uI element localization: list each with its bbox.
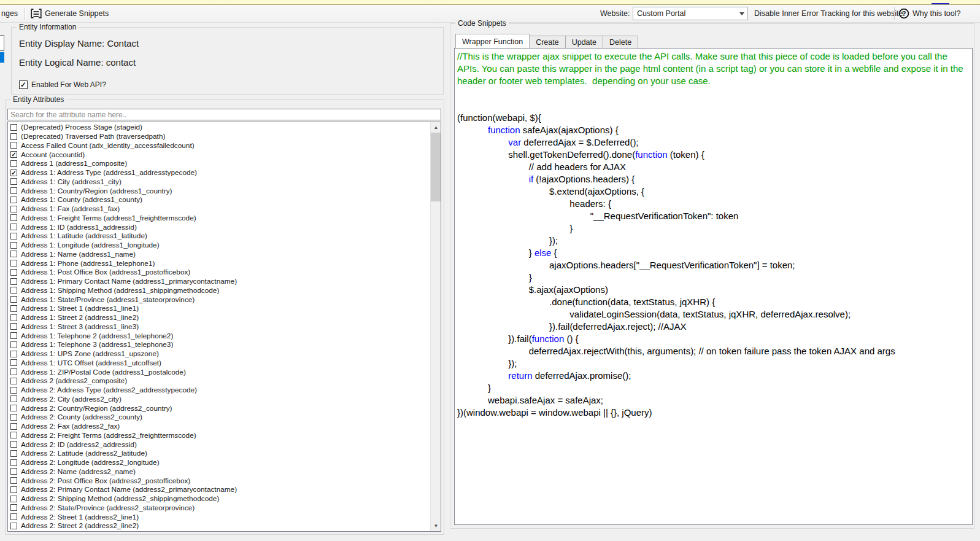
attribute-checkbox[interactable] <box>10 133 17 140</box>
attribute-row[interactable]: Address 1 (address1_composite) <box>8 159 430 168</box>
attribute-checkbox[interactable] <box>10 359 17 366</box>
attribute-checkbox[interactable] <box>10 504 17 511</box>
attribute-checkbox[interactable] <box>10 496 17 502</box>
attribute-row[interactable]: Address 1: County (address1_county) <box>8 195 430 204</box>
attribute-row[interactable]: Address 2: Shipping Method (address2_shi… <box>8 494 430 504</box>
attribute-checkbox[interactable] <box>10 314 17 321</box>
attribute-row[interactable]: Address 1: Country/Region (address1_coun… <box>8 186 430 195</box>
attribute-checkbox[interactable] <box>10 468 17 475</box>
attribute-checkbox[interactable] <box>10 432 17 438</box>
attribute-row[interactable]: Address 1: Latitude (address1_latitude) <box>8 232 430 241</box>
attribute-row[interactable]: Address 2: ID (address2_addressid) <box>8 440 430 449</box>
attribute-row[interactable]: Address 1: Shipping Method (address1_shi… <box>8 286 430 295</box>
attribute-checkbox[interactable] <box>10 187 17 194</box>
attribute-checkbox[interactable] <box>10 233 17 239</box>
attribute-row[interactable]: Address 2: Country/Region (address2_coun… <box>8 403 430 413</box>
attribute-checkbox[interactable] <box>10 260 17 267</box>
website-select[interactable]: Custom Portal <box>633 7 748 20</box>
attribute-checkbox[interactable] <box>10 269 17 276</box>
attribute-row[interactable]: Address 2 (address2_composite) <box>8 376 430 386</box>
attribute-checkbox[interactable] <box>10 486 17 493</box>
attribute-row[interactable]: (Deprecated) Traversed Path (traversedpa… <box>8 132 430 141</box>
attribute-row[interactable]: Address 2: City (address2_city) <box>8 395 430 404</box>
scroll-up-icon[interactable]: ▲ <box>431 122 441 133</box>
web-api-checkbox[interactable]: ✓ <box>19 80 28 89</box>
attribute-row[interactable]: Address 2: Name (address2_name) <box>8 467 430 477</box>
attribute-checkbox[interactable] <box>10 332 17 339</box>
attribute-row[interactable]: Address 1: Street 1 (address1_line1) <box>8 304 430 313</box>
attribute-row[interactable]: Address 1: City (address1_city) <box>8 177 430 187</box>
attribute-checkbox[interactable] <box>10 414 17 421</box>
attribute-row[interactable]: ✓Address 1: Address Type (address1_addre… <box>8 168 430 177</box>
attribute-checkbox[interactable] <box>10 523 17 529</box>
disable-tracking-button[interactable]: Disable Inner Error Tracking for this we… <box>754 5 903 22</box>
code-editor[interactable]: //This is the wrapper ajax snippet to ex… <box>454 48 973 525</box>
attribute-checkbox[interactable] <box>10 441 17 448</box>
generate-snippets-button[interactable]: Generate Snippets <box>31 5 109 22</box>
attribute-checkbox[interactable] <box>10 423 17 430</box>
attribute-row[interactable]: Address 1: Primary Contact Name (address… <box>8 277 430 286</box>
attribute-row[interactable]: Address 2: Street 2 (address2_line2) <box>8 521 430 531</box>
scroll-down-icon[interactable]: ▼ <box>431 521 441 531</box>
attribute-checkbox[interactable] <box>10 323 17 330</box>
attribute-checkbox[interactable] <box>10 142 17 149</box>
attribute-checkbox[interactable] <box>10 450 17 457</box>
attribute-row[interactable]: Address 1: ZIP/Postal Code (address1_pos… <box>8 367 430 376</box>
attribute-checkbox[interactable] <box>10 378 17 384</box>
attribute-row[interactable]: Address 2: Primary Contact Name (address… <box>8 485 430 494</box>
attribute-checkbox[interactable] <box>10 178 17 185</box>
attribute-row[interactable]: Access Failed Count (adx_identity_access… <box>8 141 430 150</box>
attribute-row[interactable]: Address 1: Street 3 (address1_line3) <box>8 322 430 332</box>
attribute-checkbox[interactable] <box>10 477 17 484</box>
attribute-row[interactable]: Address 1: Post Office Box (address1_pos… <box>8 268 430 277</box>
attribute-row[interactable]: Address 2: County (address2_county) <box>8 413 430 422</box>
attribute-checkbox[interactable] <box>10 278 17 285</box>
attribute-checkbox[interactable] <box>10 160 17 167</box>
attribute-row[interactable]: Address 2: Address Type (address2_addres… <box>8 386 430 395</box>
attribute-checkbox[interactable] <box>10 368 17 375</box>
left-panel-selected-item-fragment[interactable] <box>0 52 4 63</box>
tab-create[interactable]: Create <box>529 36 566 48</box>
attribute-row[interactable]: Address 1: UTC Offset (address1_utcoffse… <box>8 359 430 368</box>
attribute-checkbox[interactable]: ✓ <box>10 169 17 176</box>
attribute-row[interactable]: Address 1: Telephone 3 (address1_telepho… <box>8 340 430 349</box>
attribute-checkbox[interactable] <box>10 513 17 520</box>
attribute-checkbox[interactable]: ✓ <box>10 151 17 158</box>
attribute-checkbox[interactable] <box>10 296 17 303</box>
attribute-search-input[interactable] <box>7 109 441 120</box>
attribute-row[interactable]: Address 1: Street 2 (address1_line2) <box>8 313 430 322</box>
attribute-row[interactable]: Address 2: Post Office Box (address2_pos… <box>8 476 430 485</box>
attribute-row[interactable]: Address 1: Longitude (address1_longitude… <box>8 241 430 250</box>
attribute-row[interactable]: Address 2: Freight Terms (address2_freig… <box>8 431 430 440</box>
why-this-tool-button[interactable]: ? Why this tool? <box>898 5 961 22</box>
attribute-row[interactable]: Address 2: Fax (address2_fax) <box>8 422 430 431</box>
attribute-checkbox[interactable] <box>10 387 17 394</box>
attribute-checkbox[interactable] <box>10 251 17 257</box>
attribute-checkbox[interactable] <box>10 459 17 466</box>
scrollbar-thumb[interactable] <box>431 133 441 201</box>
attribute-checkbox[interactable] <box>10 197 17 203</box>
attribute-row[interactable]: Address 1: Telephone 2 (address1_telepho… <box>8 331 430 340</box>
attribute-checkbox[interactable] <box>10 305 17 312</box>
attribute-row[interactable]: (Deprecated) Process Stage (stageid) <box>8 123 430 132</box>
attribute-row[interactable]: Address 2: Street 1 (address2_line1) <box>8 512 430 521</box>
attribute-row[interactable]: Address 1: Name (address1_name) <box>8 250 430 259</box>
attribute-checkbox[interactable] <box>10 242 17 249</box>
attribute-row[interactable]: Address 1: UPS Zone (address1_upszone) <box>8 349 430 359</box>
attribute-checkbox[interactable] <box>10 341 17 348</box>
attribute-row[interactable]: Address 2: Longitude (address2_longitude… <box>8 458 430 467</box>
attribute-checkbox[interactable] <box>10 206 17 212</box>
attribute-row[interactable]: Address 2: State/Province (address2_stat… <box>8 504 430 513</box>
attribute-row[interactable]: Address 1: Phone (address1_telephone1) <box>8 259 430 268</box>
attribute-checkbox[interactable] <box>10 395 17 402</box>
attribute-row[interactable]: Address 1: State/Province (address1_stat… <box>8 295 430 304</box>
attribute-checkbox[interactable] <box>10 214 17 221</box>
toolbar-left-fragment[interactable]: nges <box>1 5 18 22</box>
attribute-checkbox[interactable] <box>10 287 17 294</box>
attribute-row[interactable]: ✓Account (accountid) <box>8 150 430 159</box>
attribute-checkbox[interactable] <box>10 124 17 131</box>
notification-link-fragment[interactable] <box>932 0 949 4</box>
tab-wrapper-function[interactable]: Wrapper Function <box>455 34 530 48</box>
tab-update[interactable]: Update <box>565 36 603 48</box>
attribute-checkbox[interactable] <box>10 224 17 230</box>
